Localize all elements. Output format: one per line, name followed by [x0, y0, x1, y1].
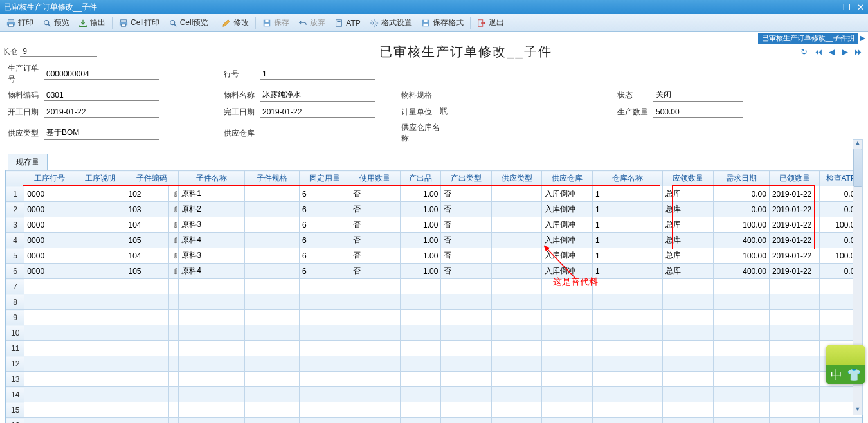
status-value[interactable]: 关闭 [653, 89, 743, 102]
cell[interactable]: 0000 [24, 264, 75, 279]
minimize-icon[interactable]: — [828, 3, 836, 12]
cell[interactable] [593, 279, 663, 294]
cell[interactable] [24, 372, 75, 387]
cell[interactable] [542, 402, 593, 418]
cell[interactable] [125, 279, 169, 294]
cell[interactable] [179, 325, 245, 341]
cell[interactable] [125, 341, 169, 356]
col-header-14[interactable]: 已领数量 [769, 171, 820, 186]
atp-button[interactable]: ATP [330, 17, 364, 29]
col-header-1[interactable]: 工序说明 [75, 171, 125, 186]
cell[interactable] [663, 325, 714, 341]
cell[interactable] [300, 279, 350, 294]
cell[interactable] [491, 186, 542, 202]
cell[interactable] [491, 418, 542, 424]
first-icon[interactable]: ⏮ [814, 47, 822, 57]
cell[interactable] [75, 402, 125, 418]
cell[interactable] [300, 418, 350, 424]
cell[interactable] [75, 264, 125, 279]
cell[interactable] [244, 248, 299, 264]
cell[interactable] [663, 387, 714, 402]
cell[interactable]: 104 [125, 248, 169, 264]
cell[interactable] [75, 233, 125, 248]
cell[interactable] [769, 356, 820, 372]
cell[interactable] [769, 294, 820, 310]
saveformat-button[interactable]: 保存格式 [417, 16, 467, 30]
cell[interactable] [169, 356, 179, 372]
cell[interactable]: 否 [441, 217, 492, 233]
cell[interactable] [125, 372, 169, 387]
cell[interactable] [491, 356, 542, 372]
cell[interactable] [179, 310, 245, 325]
cell[interactable]: 原料2 [179, 202, 245, 217]
cell[interactable] [542, 356, 593, 372]
cell[interactable] [491, 341, 542, 356]
preview-button[interactable]: 预览 [39, 16, 73, 30]
cell[interactable] [769, 341, 820, 356]
scroll-up-icon[interactable]: ▲ [853, 140, 862, 148]
cell[interactable] [350, 372, 401, 387]
cell[interactable] [169, 418, 179, 424]
table-row[interactable]: 60000105原料46否1.00否入库倒冲1总库400.002019-01-2… [6, 264, 862, 279]
cell[interactable] [179, 294, 245, 310]
cell[interactable] [75, 294, 125, 310]
cell[interactable] [713, 418, 769, 424]
cell[interactable] [179, 387, 245, 402]
cell[interactable] [300, 372, 350, 387]
qty-value[interactable]: 500.00 [653, 107, 743, 118]
export-button[interactable]: 输出 [75, 16, 109, 30]
cell[interactable] [663, 294, 714, 310]
cell[interactable] [663, 356, 714, 372]
cell[interactable] [713, 402, 769, 418]
tag-next-icon[interactable]: ▶ [860, 33, 865, 42]
cell[interactable]: 1.00 [401, 264, 441, 279]
cell[interactable] [820, 418, 862, 424]
prev-icon[interactable]: ◀ [829, 47, 835, 57]
table-row[interactable]: 14 [6, 387, 862, 402]
cell[interactable] [24, 310, 75, 325]
cell[interactable] [441, 402, 492, 418]
cell[interactable] [491, 310, 542, 325]
cell[interactable] [169, 233, 179, 248]
cell[interactable]: 总库 [663, 248, 714, 264]
cell[interactable]: 1 [593, 217, 663, 233]
cell[interactable]: 入库倒冲 [542, 202, 593, 217]
cell[interactable]: 否 [350, 217, 401, 233]
col-header-3[interactable]: 子件名称 [179, 171, 245, 186]
col-header-4[interactable]: 子件规格 [244, 171, 299, 186]
cell[interactable] [769, 310, 820, 325]
cell[interactable] [593, 387, 663, 402]
cell[interactable] [350, 325, 401, 341]
close-icon[interactable]: ✕ [857, 3, 864, 12]
cell[interactable] [350, 310, 401, 325]
cell[interactable]: 1.00 [401, 217, 441, 233]
mat-spec-value[interactable] [437, 94, 553, 96]
order-no-value[interactable]: 0000000004 [44, 69, 159, 80]
cell[interactable]: 100.00 [713, 217, 769, 233]
cell[interactable] [244, 233, 299, 248]
cell[interactable] [350, 294, 401, 310]
cell[interactable]: 1 [593, 248, 663, 264]
cell[interactable] [593, 341, 663, 356]
cell[interactable] [491, 217, 542, 233]
col-header-8[interactable]: 产出类型 [441, 171, 492, 186]
cell[interactable]: 否 [350, 264, 401, 279]
attachment-icon[interactable] [172, 267, 179, 276]
cell[interactable] [593, 372, 663, 387]
cell[interactable]: 104 [125, 217, 169, 233]
col-header-2[interactable]: 子件编码 [125, 171, 179, 186]
cell[interactable] [169, 341, 179, 356]
cell[interactable] [169, 325, 179, 341]
cell[interactable] [441, 356, 492, 372]
cell[interactable] [713, 325, 769, 341]
cell[interactable] [244, 325, 299, 341]
cell[interactable]: 入库倒冲 [542, 264, 593, 279]
cell[interactable] [769, 325, 820, 341]
cell[interactable] [491, 387, 542, 402]
cell[interactable]: 总库 [663, 202, 714, 217]
cell[interactable] [663, 372, 714, 387]
table-row[interactable]: 7 [6, 279, 862, 294]
cell[interactable] [24, 402, 75, 418]
cell[interactable] [75, 372, 125, 387]
table-row[interactable]: 15 [6, 402, 862, 418]
